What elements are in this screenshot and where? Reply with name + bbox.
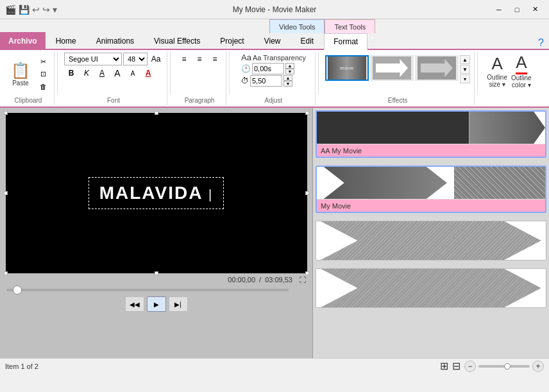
tab-format[interactable]: Format <box>324 33 367 50</box>
tab-project[interactable]: Project <box>210 32 253 49</box>
resize-handle-bc[interactable] <box>155 271 158 275</box>
italic-button[interactable]: K <box>80 67 94 80</box>
tab-text-tools[interactable]: Text Tools <box>325 19 375 33</box>
track-icon-1: A <box>321 147 325 155</box>
effect-button-2[interactable] <box>370 55 414 81</box>
current-time: 00:00,00 <box>228 276 255 284</box>
start-time-input[interactable] <box>252 63 284 74</box>
maximize-button[interactable]: □ <box>508 3 526 17</box>
status-text: Item 1 of 2 <box>5 362 38 370</box>
video-canvas[interactable]: MALAVIDA | <box>6 113 307 273</box>
font-dialog-button[interactable]: Aa <box>149 53 163 65</box>
font-size-select[interactable]: 48 <box>123 53 148 65</box>
timeline-item-4[interactable] <box>316 268 546 308</box>
undo-icon[interactable]: ↩ <box>32 4 40 15</box>
duration-input[interactable] <box>250 75 282 87</box>
shrink-font-button[interactable]: A <box>126 67 140 80</box>
transparency-icon: Aa <box>241 53 251 62</box>
track-1 <box>317 112 545 144</box>
clipboard-content: 📋 Paste ✂ ⊡ 🗑 <box>6 53 50 96</box>
status-icon-1[interactable]: ⊞ <box>440 360 448 372</box>
font-color-button[interactable]: A <box>141 67 155 80</box>
underline-button[interactable]: A <box>95 67 109 80</box>
effects-scroll-up[interactable]: ▲ <box>460 55 470 64</box>
track-title-2: My Movie <box>321 202 351 210</box>
redo-icon[interactable]: ↪ <box>42 4 50 15</box>
timeline-item-2[interactable]: My Movie <box>316 166 546 213</box>
start-time-down[interactable]: ▼ <box>285 69 294 74</box>
forward-frame-button[interactable]: ▶| <box>169 296 188 312</box>
fullscreen-button[interactable]: ⛶ <box>299 276 306 284</box>
effect-button-1[interactable]: ═══ <box>325 55 369 81</box>
align-left-button[interactable]: ≡ <box>177 53 191 65</box>
duration-up[interactable]: ▲ <box>283 75 292 81</box>
tab-archivo[interactable]: Archivo <box>0 32 46 49</box>
tab-view[interactable]: View <box>255 32 291 49</box>
cut-button[interactable]: ✂ <box>36 56 50 68</box>
play-button[interactable]: ▶ <box>147 296 166 312</box>
window-controls: ─ □ ✕ <box>490 3 544 17</box>
duration-down[interactable]: ▼ <box>283 81 292 87</box>
font-row2: B K A A A A <box>64 67 163 80</box>
close-button[interactable]: ✕ <box>526 3 544 17</box>
transparency-label: Aa Transparency <box>253 54 306 62</box>
status-right: ⊞ ⊟ − + <box>440 360 544 372</box>
outline-group: A Outline size ▾ A Outline color ▾ <box>480 51 538 105</box>
effects-expand[interactable]: ▾ <box>460 74 470 83</box>
time2-row: ⏱ ▲ ▼ <box>241 75 306 87</box>
paste-button[interactable]: 📋 Paste <box>6 56 35 92</box>
title-text: MALAVIDA <box>99 183 203 203</box>
effect-button-3[interactable] <box>415 55 459 81</box>
start-time-up[interactable]: ▲ <box>285 63 294 69</box>
tab-edit[interactable]: Edit <box>291 32 324 49</box>
pin-icon[interactable]: ▾ <box>53 4 57 15</box>
right-panel: A A My Movie My Movie <box>313 108 549 358</box>
outline-size-button[interactable]: A Outline size ▾ <box>487 54 507 88</box>
tab-home[interactable]: Home <box>46 32 86 49</box>
copy-button[interactable]: ⊡ <box>36 69 50 80</box>
status-icon-2[interactable]: ⊟ <box>452 360 460 372</box>
bold-button[interactable]: B <box>64 67 78 80</box>
app-icon: 🎬 <box>5 4 16 15</box>
resize-handle-tc[interactable] <box>155 111 158 115</box>
tab-video-tools[interactable]: Video Tools <box>269 19 325 33</box>
resize-handle-tr[interactable] <box>305 111 309 115</box>
tab-animations[interactable]: Animations <box>87 32 144 49</box>
progress-track[interactable] <box>6 289 289 291</box>
transparency-control: Aa Aa Transparency <box>241 53 306 62</box>
resize-handle-tl[interactable] <box>4 111 8 115</box>
title-text-box[interactable]: MALAVIDA | <box>89 177 224 209</box>
tab-visual-effects[interactable]: Visual Effects <box>144 32 210 49</box>
duration-spinners: ▲ ▼ <box>283 75 292 87</box>
minimize-button[interactable]: ─ <box>490 3 508 17</box>
help-icon[interactable]: ? <box>538 37 544 49</box>
align-right-button[interactable]: ≡ <box>208 53 222 65</box>
timeline-item-1[interactable]: A A My Movie <box>316 110 546 158</box>
tool-tabs-bar: Video Tools Text Tools <box>0 19 549 33</box>
resize-handle-br[interactable] <box>305 271 309 275</box>
clipboard-area: 📋 Paste ✂ ⊡ 🗑 <box>6 56 50 92</box>
font-family-select[interactable]: Segoe UI <box>64 53 122 65</box>
effects-label: Effects <box>388 96 407 104</box>
divider-1 <box>57 51 58 94</box>
zoom-thumb[interactable] <box>504 363 511 370</box>
save-icon[interactable]: 💾 <box>19 4 30 15</box>
zoom-in-button[interactable]: + <box>532 361 544 372</box>
timeline-item-3[interactable] <box>316 221 546 260</box>
track-noise-3 <box>316 221 546 260</box>
zoom-out-button[interactable]: − <box>464 361 476 372</box>
playback-controls: ◀◀ ▶ ▶| <box>0 294 312 314</box>
resize-handle-bl[interactable] <box>4 271 8 275</box>
align-center-button[interactable]: ≡ <box>192 53 207 65</box>
effects-scroll-down[interactable]: ▼ <box>460 65 470 74</box>
outline-color-button[interactable]: A Outline color ▾ <box>511 53 532 89</box>
resize-handle-ml[interactable] <box>4 191 8 195</box>
delete-button[interactable]: 🗑 <box>36 81 50 92</box>
progress-thumb[interactable] <box>13 285 22 294</box>
track-4 <box>316 269 546 307</box>
grow-font-button[interactable]: A <box>110 67 124 80</box>
outline-size-icon: A <box>491 54 502 74</box>
resize-handle-mr[interactable] <box>305 191 309 195</box>
rewind-button[interactable]: ◀◀ <box>125 296 144 312</box>
title-bar: 🎬 💾 ↩ ↪ ▾ My Movie - Movie Maker ─ □ ✕ <box>0 0 549 19</box>
